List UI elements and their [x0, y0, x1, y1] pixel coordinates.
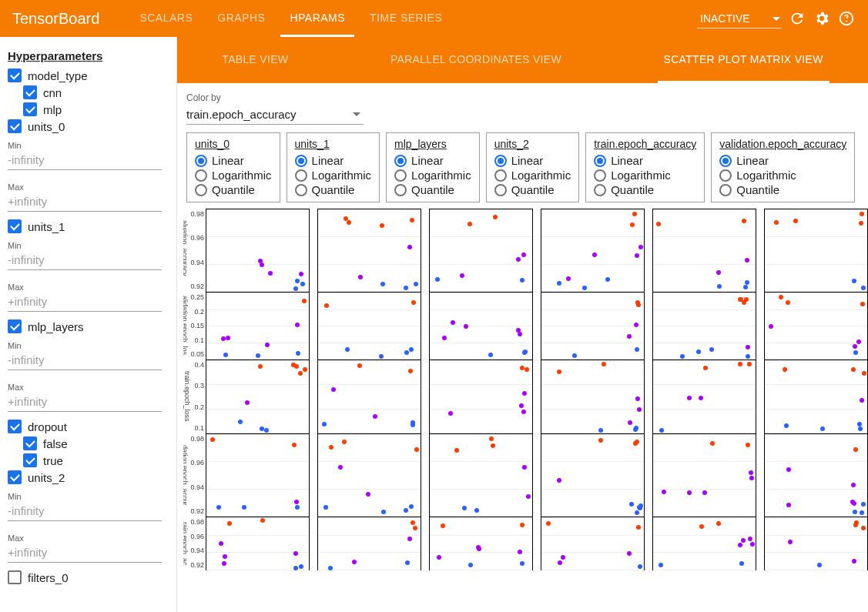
scatter-cell[interactable] [206, 209, 310, 292]
radio-icon[interactable] [394, 169, 407, 182]
checkbox-icon[interactable] [23, 436, 37, 450]
subtab-parallel-coords[interactable]: PARALLEL COORDINATES VIEW [384, 38, 568, 83]
radio-icon[interactable] [494, 155, 507, 167]
param-filters-0[interactable]: filters_0 [0, 569, 176, 586]
scatter-cell[interactable] [764, 360, 868, 433]
checkbox-icon[interactable] [8, 119, 22, 133]
radio-icon[interactable] [394, 184, 407, 196]
scatter-cell[interactable] [652, 209, 756, 292]
param-dropout-false[interactable]: false [0, 435, 176, 452]
checkbox-icon[interactable] [8, 219, 22, 233]
scatter-cell[interactable] [206, 517, 310, 570]
scatter-cell[interactable] [317, 209, 421, 292]
scatter-cell[interactable] [429, 517, 533, 570]
scale-radio-quantile[interactable]: Quantile [719, 182, 846, 197]
param-units-1[interactable]: units_1 [0, 218, 176, 235]
units-1-max-input[interactable] [8, 292, 162, 312]
scatter-cell[interactable] [652, 433, 756, 517]
colorby-select[interactable]: train.epoch_accuracy [186, 105, 364, 125]
scale-radio-linear[interactable]: Linear [295, 153, 372, 168]
scatter-cell[interactable] [652, 360, 756, 433]
param-model-type-cnn[interactable]: cnn [0, 84, 176, 101]
scale-radio-quantile[interactable]: Quantile [195, 182, 272, 197]
param-dropout-true[interactable]: true [0, 452, 176, 469]
scatter-cell[interactable] [541, 517, 645, 570]
reload-mode-select[interactable]: INACTIVE [697, 9, 782, 28]
scatter-cell[interactable] [652, 517, 756, 570]
radio-icon[interactable] [295, 169, 307, 182]
gear-icon[interactable] [813, 9, 831, 28]
radio-icon[interactable] [494, 169, 507, 182]
param-dropout[interactable]: dropout [0, 418, 176, 435]
scale-radio-logarithmic[interactable]: Logarithmic [719, 168, 846, 182]
param-mlp-layers[interactable]: mlp_layers [0, 318, 176, 335]
checkbox-icon[interactable] [8, 570, 22, 584]
units-2-min-input[interactable] [8, 501, 162, 521]
tab-hparams[interactable]: HPARAMS [280, 0, 354, 37]
scatter-cell[interactable] [764, 209, 868, 292]
scatter-cell[interactable] [541, 433, 645, 517]
scatter-cell[interactable] [541, 360, 645, 433]
scale-radio-linear[interactable]: Linear [719, 153, 846, 168]
scale-radio-linear[interactable]: Linear [394, 153, 471, 168]
scatter-cell[interactable] [764, 433, 868, 517]
radio-icon[interactable] [594, 169, 606, 182]
scatter-cell[interactable] [652, 292, 756, 360]
scatter-cell[interactable] [317, 517, 421, 570]
param-units-0[interactable]: units_0 [0, 118, 176, 135]
scale-radio-logarithmic[interactable]: Logarithmic [295, 168, 372, 182]
scatter-cell[interactable] [317, 360, 421, 433]
scale-radio-logarithmic[interactable]: Logarithmic [195, 168, 272, 182]
checkbox-icon[interactable] [23, 85, 37, 99]
scatter-cell[interactable] [541, 292, 645, 360]
radio-icon[interactable] [195, 169, 207, 182]
scatter-cell[interactable] [429, 433, 533, 517]
mlp-layers-min-input[interactable] [8, 350, 162, 370]
radio-icon[interactable] [719, 155, 732, 167]
tab-graphs[interactable]: GRAPHS [208, 0, 274, 37]
scatter-cell[interactable] [764, 292, 868, 360]
radio-icon[interactable] [719, 184, 732, 196]
checkbox-icon[interactable] [23, 453, 37, 467]
scale-radio-linear[interactable]: Linear [195, 153, 272, 168]
scatter-cell[interactable] [764, 517, 868, 570]
scale-radio-linear[interactable]: Linear [494, 153, 571, 168]
scatter-cell[interactable] [206, 360, 310, 433]
scatter-cell[interactable] [541, 209, 645, 292]
scale-radio-logarithmic[interactable]: Logarithmic [494, 168, 571, 182]
subtab-scatter-matrix[interactable]: SCATTER PLOT MATRIX VIEW [658, 38, 829, 83]
scale-radio-quantile[interactable]: Quantile [494, 182, 571, 197]
refresh-icon[interactable] [788, 9, 806, 28]
units-0-min-input[interactable] [8, 150, 162, 170]
scale-radio-quantile[interactable]: Quantile [295, 182, 372, 197]
checkbox-icon[interactable] [8, 420, 22, 433]
scatter-cell[interactable] [317, 292, 421, 360]
mlp-layers-max-input[interactable] [8, 392, 162, 412]
param-model-type[interactable]: model_type [0, 67, 176, 84]
tab-scalars[interactable]: SCALARS [130, 0, 202, 37]
subtab-table-view[interactable]: TABLE VIEW [216, 38, 294, 83]
radio-icon[interactable] [719, 169, 732, 182]
checkbox-icon[interactable] [23, 102, 37, 116]
radio-icon[interactable] [594, 155, 606, 167]
scale-radio-quantile[interactable]: Quantile [394, 182, 471, 197]
scale-radio-quantile[interactable]: Quantile [594, 182, 696, 197]
radio-icon[interactable] [195, 155, 207, 167]
radio-icon[interactable] [394, 155, 407, 167]
param-units-2[interactable]: units_2 [0, 469, 176, 486]
scatter-cell[interactable] [317, 433, 421, 517]
checkbox-icon[interactable] [8, 319, 22, 333]
help-icon[interactable] [837, 9, 856, 28]
scatter-cell[interactable] [429, 209, 533, 292]
radio-icon[interactable] [195, 184, 207, 196]
checkbox-icon[interactable] [8, 69, 22, 82]
scatter-cell[interactable] [206, 433, 310, 517]
scatter-cell[interactable] [206, 292, 310, 360]
scale-radio-linear[interactable]: Linear [594, 153, 696, 168]
radio-icon[interactable] [594, 184, 606, 196]
scatter-cell[interactable] [429, 360, 533, 433]
scale-radio-logarithmic[interactable]: Logarithmic [594, 168, 696, 182]
scale-radio-logarithmic[interactable]: Logarithmic [394, 168, 471, 182]
scatter-cell[interactable] [429, 292, 533, 360]
radio-icon[interactable] [295, 155, 307, 167]
